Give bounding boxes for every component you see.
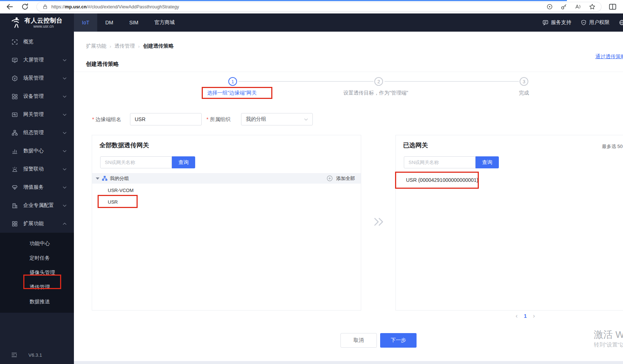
browser-back-icon[interactable] bbox=[6, 3, 13, 11]
passthrough-help-link[interactable]: 通过透传策略 bbox=[595, 53, 623, 60]
sidebar-item-scene[interactable]: 场景管理 bbox=[0, 69, 74, 87]
sidebar-item-datacenter[interactable]: 数据中心 bbox=[0, 142, 74, 160]
window-accent-line bbox=[0, 0, 567, 1]
sidebar-label: 企业专属配置 bbox=[23, 202, 54, 209]
browser-toolbar: https://mp.usr.cn/#/cloud/extend/ViewAdd… bbox=[0, 0, 623, 13]
extend-submenu: 功能中心 定时任务 摄像头管理 透传管理 数据推送 bbox=[0, 233, 74, 313]
chevron-up-icon bbox=[63, 223, 67, 225]
right-query-button[interactable]: 查询 bbox=[476, 156, 499, 168]
support-label: 服务支持 bbox=[551, 19, 571, 26]
shield-icon bbox=[581, 20, 587, 25]
nav-tab-iot[interactable]: IoT bbox=[74, 13, 97, 32]
step-3-label: 完成 bbox=[519, 90, 529, 96]
password-key-icon[interactable] bbox=[561, 4, 567, 10]
support-menu-item[interactable]: 服务支持 bbox=[543, 19, 571, 26]
required-asterisk: * bbox=[92, 116, 94, 122]
add-all-button[interactable]: 添加全部 bbox=[327, 175, 355, 182]
page-prev-button[interactable]: ‹ bbox=[516, 312, 518, 320]
app-logo[interactable]: 有人云控制台 www.usr.cn bbox=[0, 13, 74, 32]
group-tree-row[interactable]: 我的分组 添加全部 bbox=[92, 173, 361, 184]
step-1-label: 选择一组"边缘端"网关 bbox=[207, 90, 257, 96]
sidebar-item-device[interactable]: 设备管理 bbox=[0, 87, 74, 105]
chat-icon bbox=[543, 20, 548, 25]
sidebar-label: 概览 bbox=[23, 39, 33, 45]
sidebar-item-gateway[interactable]: 网关管理 bbox=[0, 105, 74, 124]
chevron-down-icon bbox=[63, 59, 67, 61]
page-current[interactable]: 1 bbox=[524, 313, 527, 319]
sidebar-item-enterprise[interactable]: 企业专属配置 bbox=[0, 196, 74, 215]
read-aloud-icon[interactable] bbox=[575, 4, 581, 10]
chevron-down-icon bbox=[63, 113, 67, 116]
step-connector bbox=[238, 81, 374, 82]
nav-tab-dm[interactable]: DM bbox=[97, 13, 121, 32]
alarm-icon bbox=[12, 166, 18, 172]
selected-gateways-title: 已选网关 bbox=[403, 141, 428, 149]
selected-gateways-panel: 已选网关 最多选 50 查询 USR (00004291000000000001… bbox=[395, 135, 623, 311]
scada-icon bbox=[12, 130, 18, 136]
step-number: 2 bbox=[377, 79, 380, 84]
usr-person-logo-icon bbox=[11, 17, 21, 28]
breadcrumb-item-extend[interactable]: 扩展功能 bbox=[86, 43, 106, 49]
address-bar[interactable]: https://mp.usr.cn/#/cloud/extend/ViewAdd… bbox=[36, 2, 602, 12]
gateway-row-usr[interactable]: USR bbox=[92, 196, 361, 207]
nav-tab-sim[interactable]: SIM bbox=[121, 13, 146, 32]
tree-expand-caret-icon[interactable] bbox=[96, 177, 99, 180]
sidebar-item-alarm[interactable]: 报警联动 bbox=[0, 160, 74, 178]
step-1-circle: 1 bbox=[228, 77, 237, 86]
gateway-row-usr-vcom[interactable]: USR-VCOM bbox=[92, 185, 361, 196]
favorite-star-icon[interactable] bbox=[589, 4, 595, 10]
cancel-button[interactable]: 取消 bbox=[340, 333, 377, 348]
group-tree-label: 我的分组 bbox=[110, 175, 129, 182]
org-select[interactable]: 我的分组 bbox=[241, 113, 313, 125]
submenu-item-passthrough[interactable]: 透传管理 bbox=[0, 280, 74, 295]
sidebar-item-bigscreen[interactable]: 大屏管理 bbox=[0, 51, 74, 69]
main-content: 扩展功能 › 透传管理 › 创建透传策略 通过透传策略 创建透传策略 1 2 3… bbox=[74, 32, 623, 364]
submenu-item-data-push[interactable]: 数据推送 bbox=[0, 295, 74, 309]
breadcrumb: 扩展功能 › 透传管理 › 创建透传策略 bbox=[86, 43, 174, 49]
left-search-input[interactable] bbox=[100, 156, 172, 168]
breadcrumb-item-passthrough[interactable]: 透传管理 bbox=[114, 43, 135, 49]
enterprise-icon bbox=[12, 203, 18, 209]
required-asterisk: * bbox=[206, 116, 208, 122]
breadcrumb-separator: › bbox=[110, 44, 111, 49]
version-label: V6.3.1 bbox=[28, 352, 42, 358]
activate-windows-watermark: 激活 Windows bbox=[594, 328, 623, 341]
sidebar-item-extend[interactable]: 扩展功能 bbox=[0, 215, 74, 233]
plus-circle-icon bbox=[327, 175, 333, 181]
header-nav: IoT DM SIM 官方商城 bbox=[74, 13, 183, 32]
submenu-item-function-center[interactable]: 功能中心 bbox=[0, 236, 74, 251]
overview-icon bbox=[12, 39, 18, 45]
split-screen-icon[interactable] bbox=[609, 3, 616, 11]
submenu-item-scheduled-tasks[interactable]: 定时任务 bbox=[0, 251, 74, 265]
sidebar-item-vas[interactable]: 增值服务 bbox=[0, 178, 74, 196]
browser-refresh-icon[interactable] bbox=[21, 3, 29, 11]
breadcrumb-item-current: 创建透传策略 bbox=[143, 43, 174, 49]
transfer-right-icon[interactable] bbox=[373, 216, 385, 228]
selection-limit-note: 最多选 50 bbox=[602, 143, 623, 150]
sidebar-item-overview[interactable]: 概览 bbox=[0, 33, 74, 51]
permission-menu-item[interactable]: 用户权限 bbox=[581, 19, 610, 26]
selected-gateway-row[interactable]: USR (00004291000000000001) bbox=[396, 172, 623, 188]
left-query-button[interactable]: 查询 bbox=[172, 156, 195, 168]
right-search-input[interactable] bbox=[404, 156, 476, 168]
device-icon bbox=[12, 93, 18, 100]
nav-tab-mall[interactable]: 官方商城 bbox=[146, 13, 183, 32]
sidebar-label: 网关管理 bbox=[23, 111, 44, 118]
bottom-strip bbox=[74, 361, 623, 364]
page-next-button[interactable]: › bbox=[533, 312, 535, 320]
language-menu-item[interactable]: English bbox=[619, 20, 623, 25]
sidebar-label: 大屏管理 bbox=[23, 57, 44, 63]
geolocation-icon[interactable] bbox=[547, 4, 553, 10]
permission-label: 用户权限 bbox=[589, 19, 610, 26]
group-name-input[interactable] bbox=[130, 113, 202, 125]
next-step-button[interactable]: 下一步 bbox=[380, 333, 417, 348]
bigscreen-icon bbox=[12, 57, 18, 63]
vas-icon bbox=[12, 184, 18, 191]
group-name-label: *边缘端组名 bbox=[92, 116, 121, 123]
submenu-item-camera[interactable]: 摄像头管理 bbox=[0, 265, 74, 280]
globe-icon bbox=[619, 20, 623, 25]
collapse-sidebar-icon[interactable] bbox=[11, 352, 17, 358]
title-divider bbox=[74, 72, 623, 72]
sidebar-item-scada[interactable]: 组态管理 bbox=[0, 124, 74, 142]
chevron-down-icon bbox=[63, 95, 67, 98]
